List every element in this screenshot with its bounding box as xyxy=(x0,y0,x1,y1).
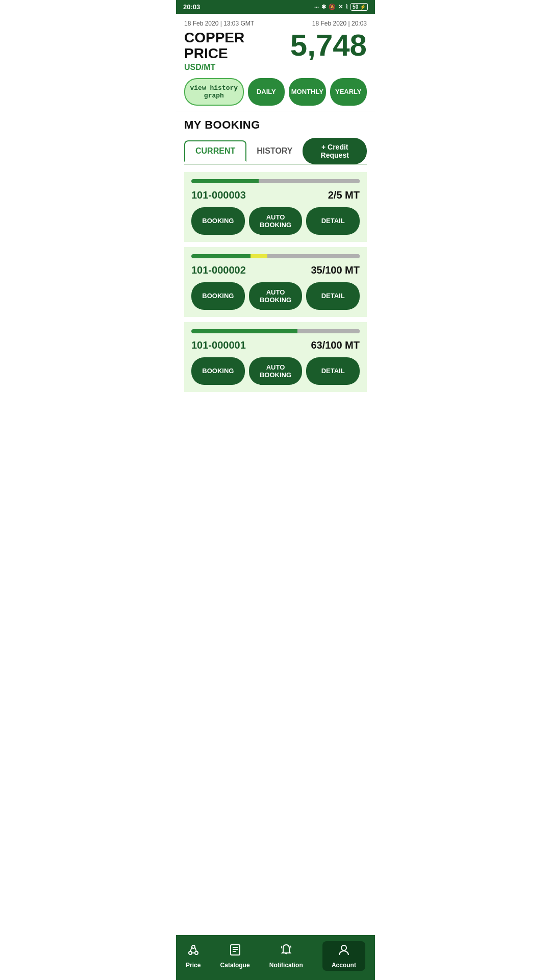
tab-current[interactable]: CURRENT xyxy=(184,140,246,162)
daily-button[interactable]: DAILY xyxy=(248,78,285,106)
auto-booking-btn-3[interactable]: AUTO BOOKING xyxy=(249,357,303,385)
auto-booking-btn-1[interactable]: AUTO BOOKING xyxy=(249,207,303,235)
card-id-3: 101-000001 xyxy=(191,339,246,351)
yearly-button[interactable]: YEARLY xyxy=(330,78,367,106)
wifi-icon: ⌇ xyxy=(345,4,348,10)
price-buttons: view history graph DAILY MONTHLY YEARLY xyxy=(184,78,367,106)
card-qty-2: 35/100 MT xyxy=(311,264,360,276)
progress-gray-3 xyxy=(297,329,360,333)
booking-cards: 101-000003 2/5 MT BOOKING AUTO BOOKING D… xyxy=(176,167,375,448)
view-history-button[interactable]: view history graph xyxy=(184,78,244,106)
bluetooth-icon: ✱ xyxy=(321,4,326,10)
detail-btn-3[interactable]: DETAIL xyxy=(306,357,360,385)
booking-tabs: CURRENT HISTORY + Credit Request xyxy=(184,138,367,164)
credit-request-button[interactable]: + Credit Request xyxy=(303,138,367,164)
price-title-block: COPPERPRICE USD/MT xyxy=(184,30,244,72)
card-row-2: 101-000002 35/100 MT xyxy=(191,264,360,276)
card-id-1: 101-000003 xyxy=(191,189,246,201)
date-left: 18 Feb 2020 | 13:03 GMT xyxy=(184,20,254,27)
price-title: COPPERPRICE xyxy=(184,30,244,62)
price-main: COPPERPRICE USD/MT 5,748 xyxy=(184,30,367,72)
price-value: 5,748 xyxy=(290,30,367,61)
date-right: 18 Feb 2020 | 20:03 xyxy=(312,20,367,27)
booking-title: MY BOOKING xyxy=(184,118,367,132)
progress-bar-3 xyxy=(191,329,360,333)
price-unit: USD/MT xyxy=(184,63,244,72)
price-header: 18 Feb 2020 | 13:03 GMT 18 Feb 2020 | 20… xyxy=(176,14,375,111)
x-icon: ✕ xyxy=(338,4,343,10)
card-qty-1: 2/5 MT xyxy=(328,189,360,201)
card-row-1: 101-000003 2/5 MT xyxy=(191,189,360,201)
progress-gray-2 xyxy=(267,254,360,258)
mute-icon: 🔕 xyxy=(329,4,336,10)
booking-btn-3[interactable]: BOOKING xyxy=(191,357,245,385)
status-bar: 20:03 ··· ✱ 🔕 ✕ ⌇ 50 ⚡ xyxy=(176,0,375,14)
card-buttons-3: BOOKING AUTO BOOKING DETAIL xyxy=(191,357,360,385)
detail-btn-2[interactable]: DETAIL xyxy=(306,282,360,310)
status-time: 20:03 xyxy=(183,3,200,11)
card-row-3: 101-000001 63/100 MT xyxy=(191,339,360,351)
tab-divider xyxy=(184,164,367,165)
booking-card-1: 101-000003 2/5 MT BOOKING AUTO BOOKING D… xyxy=(184,172,367,242)
card-buttons-2: BOOKING AUTO BOOKING DETAIL xyxy=(191,282,360,310)
progress-green-1 xyxy=(191,179,259,183)
progress-gray-1 xyxy=(259,179,360,183)
progress-green-3 xyxy=(191,329,297,333)
dots-icon: ··· xyxy=(314,4,319,10)
card-buttons-1: BOOKING AUTO BOOKING DETAIL xyxy=(191,207,360,235)
booking-btn-2[interactable]: BOOKING xyxy=(191,282,245,310)
booking-btn-1[interactable]: BOOKING xyxy=(191,207,245,235)
booking-card-3: 101-000001 63/100 MT BOOKING AUTO BOOKIN… xyxy=(184,322,367,392)
monthly-button[interactable]: MONTHLY xyxy=(289,78,325,106)
status-icons: ··· ✱ 🔕 ✕ ⌇ 50 ⚡ xyxy=(314,3,368,11)
tab-history[interactable]: HISTORY xyxy=(246,141,303,161)
progress-green-2 xyxy=(191,254,251,258)
progress-bar-1 xyxy=(191,179,360,183)
auto-booking-btn-2[interactable]: AUTO BOOKING xyxy=(249,282,303,310)
progress-bar-2 xyxy=(191,254,360,258)
card-qty-3: 63/100 MT xyxy=(311,339,360,351)
price-dates: 18 Feb 2020 | 13:03 GMT 18 Feb 2020 | 20… xyxy=(184,20,367,27)
progress-yellow-2 xyxy=(251,254,267,258)
card-id-2: 101-000002 xyxy=(191,264,246,276)
booking-card-2: 101-000002 35/100 MT BOOKING AUTO BOOKIN… xyxy=(184,247,367,317)
booking-section: MY BOOKING CURRENT HISTORY + Credit Requ… xyxy=(176,111,375,165)
battery-icon: 50 ⚡ xyxy=(350,3,368,11)
detail-btn-1[interactable]: DETAIL xyxy=(306,207,360,235)
